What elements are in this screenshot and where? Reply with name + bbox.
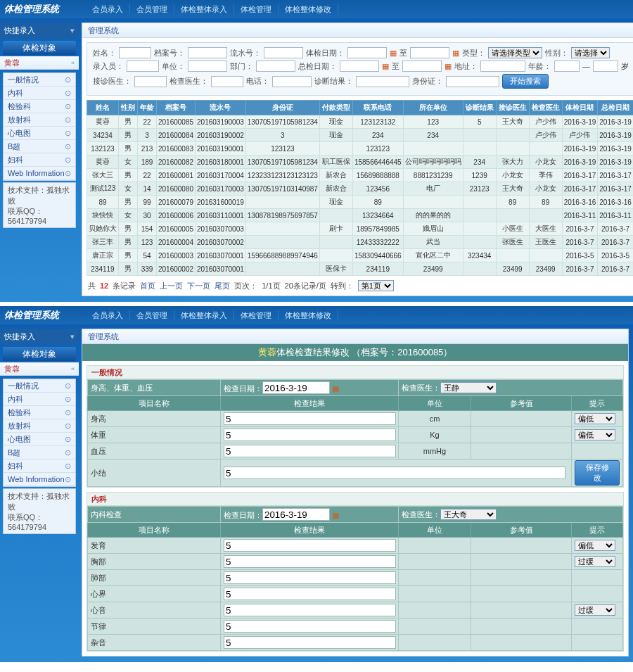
age-from[interactable] [554, 61, 580, 72]
sidebar-item[interactable]: 检验科⊙ [4, 406, 75, 419]
calendar-icon[interactable]: ▦ [445, 62, 452, 71]
pager: 共12条记录 首页 上一页 下一页 尾页 页次：1/1页 20条记录/页转到： … [88, 280, 633, 291]
nav-item[interactable]: 会员录入 [86, 4, 130, 14]
nav-item[interactable]: 体检管理 [234, 4, 279, 14]
results-table: 姓名性别年龄档案号流水号身份证付款类型联系电话所在单位诊断结果接诊医生检查医生体… [87, 100, 633, 276]
exam-date-from[interactable] [347, 47, 387, 58]
hint-select[interactable]: 偏低 [575, 540, 615, 551]
name-input[interactable] [119, 47, 151, 58]
table-row: 34234男32016000842016031900023现金234234卢少伟… [87, 129, 634, 142]
result-input[interactable] [224, 636, 396, 649]
exam-date-input[interactable] [262, 508, 330, 521]
screen-edit: 体检管理系统 会员录入会员管理体检整体录入体检管理体检整体修改 快捷录入▾ 体检… [0, 306, 633, 662]
type-select[interactable]: 请选择类型 [488, 47, 542, 58]
dept-input[interactable] [256, 61, 295, 72]
final-date-from[interactable] [340, 61, 379, 72]
summary-input[interactable] [224, 467, 565, 479]
sidebar-item[interactable]: 内科⊙ [4, 87, 75, 100]
nav-item[interactable]: 体检整体修改 [279, 310, 338, 320]
search-button[interactable]: 开始搜索 [502, 74, 549, 89]
edit-title: 黄蓉体检检查结果修改 （档案号：201600085） [82, 344, 628, 361]
pager-prev[interactable]: 上一页 [160, 281, 183, 291]
final-date-to[interactable] [402, 61, 442, 72]
sidebar-item[interactable]: B超⊙ [4, 446, 75, 459]
result-input[interactable] [224, 412, 396, 425]
result-input[interactable] [224, 555, 396, 568]
recv-input[interactable] [134, 76, 167, 87]
result-input[interactable] [224, 620, 396, 633]
sidebar-item[interactable]: 一般情况⊙ [4, 73, 75, 87]
pager-next[interactable]: 下一页 [187, 281, 210, 291]
hint-select[interactable]: 过缓 [575, 604, 615, 616]
sidebar-current-subject[interactable]: 黄蓉« [0, 362, 79, 376]
chevron-down-icon: ▾ [70, 26, 75, 35]
calendar-icon[interactable]: ▦ [332, 511, 339, 519]
age-to[interactable] [593, 61, 618, 72]
table-row: 132123男213201600083201603190001123123123… [87, 142, 634, 156]
sidebar-footer: 技术支持：孤独求败联系QQ：564179794 [3, 488, 76, 534]
sex-select[interactable]: 请选择 [571, 47, 610, 58]
sidebar-subject-button[interactable]: 体检对象 [3, 347, 76, 361]
save-button[interactable]: 保存修改 [575, 460, 620, 486]
sidebar-item[interactable]: 心电图⊙ [4, 433, 75, 446]
nav-item[interactable]: 体检管理 [234, 310, 279, 320]
exam-date-to[interactable] [410, 47, 449, 58]
sidebar-item[interactable]: 妇科⊙ [4, 459, 75, 473]
pager-first[interactable]: 首页 [140, 281, 155, 291]
collapse-icon: « [71, 365, 75, 372]
sidebar-quick-title[interactable]: 快捷录入▾ [0, 329, 79, 344]
nav-item[interactable]: 体检整体修改 [279, 4, 338, 14]
exam-date-input[interactable] [262, 381, 330, 394]
result-input[interactable] [224, 571, 396, 584]
tel-input[interactable] [272, 76, 312, 87]
sidebar-item[interactable]: 内科⊙ [4, 393, 75, 406]
addr-input[interactable] [480, 61, 525, 72]
check-input[interactable] [211, 76, 243, 87]
sidebar-item[interactable]: 妇科⊙ [4, 153, 75, 167]
nav-item[interactable]: 会员录入 [86, 310, 130, 320]
sidebar-item[interactable]: B超⊙ [4, 140, 75, 153]
table-row: 唐正宗男542016000032016030700011596668898899… [87, 249, 634, 262]
id-input[interactable] [446, 76, 499, 87]
sidebar-current-subject[interactable]: 黄蓉« [0, 56, 79, 70]
calendar-icon[interactable]: ▦ [332, 384, 339, 393]
pager-select[interactable]: 第1页 [358, 280, 394, 291]
result-input[interactable] [224, 604, 396, 616]
result-input[interactable] [224, 588, 396, 600]
doctor-select[interactable]: 王大奇 [440, 509, 497, 520]
nav-item[interactable]: 体检整体录入 [174, 310, 234, 320]
pager-last[interactable]: 尾页 [215, 281, 230, 291]
result-input[interactable] [224, 429, 396, 441]
hint-select[interactable]: 偏低 [575, 429, 615, 440]
sidebar-item[interactable]: 一般情况⊙ [4, 379, 75, 393]
nav-item[interactable]: 会员管理 [130, 4, 174, 14]
collapse-icon: « [71, 59, 75, 66]
calendar-icon[interactable]: ▦ [390, 49, 397, 58]
sidebar-item[interactable]: Web Information⊙ [4, 473, 75, 486]
flow-input[interactable] [264, 47, 303, 58]
sidebar-item[interactable]: 心电图⊙ [4, 127, 75, 140]
sidebar-quick-title[interactable]: 快捷录入▾ [0, 23, 79, 38]
calendar-icon[interactable]: ▦ [382, 62, 389, 71]
table-row: 测试123女1420160008020160317000313070519710… [87, 182, 634, 196]
sidebar-item[interactable]: 检验科⊙ [4, 100, 75, 113]
result-input[interactable] [224, 445, 396, 457]
calendar-icon[interactable]: ▦ [452, 49, 459, 58]
unit-input[interactable] [188, 61, 227, 72]
nav-item[interactable]: 体检整体录入 [174, 4, 234, 14]
file-input[interactable] [188, 47, 227, 58]
result-input[interactable] [224, 539, 396, 552]
sidebar-subject-button[interactable]: 体检对象 [3, 41, 76, 55]
doctor-select[interactable]: 王静 [440, 382, 497, 393]
app-header: 体检管理系统 会员录入会员管理体检整体录入体检管理体检整体修改 [0, 306, 633, 324]
nav-item[interactable]: 会员管理 [130, 310, 174, 320]
section-title: 一般情况 [87, 365, 624, 379]
sidebar-item[interactable]: Web Information⊙ [4, 167, 75, 180]
diag-input[interactable] [356, 76, 409, 87]
hint-select[interactable]: 偏低 [575, 413, 615, 424]
sidebar-item[interactable]: 放射科⊙ [4, 419, 75, 433]
hint-select[interactable]: 过缓 [575, 556, 615, 567]
sidebar-item[interactable]: 放射科⊙ [4, 113, 75, 127]
entry-input[interactable] [127, 61, 159, 72]
app-header: 体检管理系统 会员录入会员管理体检整体录入体检管理体检整体修改 [0, 0, 633, 18]
